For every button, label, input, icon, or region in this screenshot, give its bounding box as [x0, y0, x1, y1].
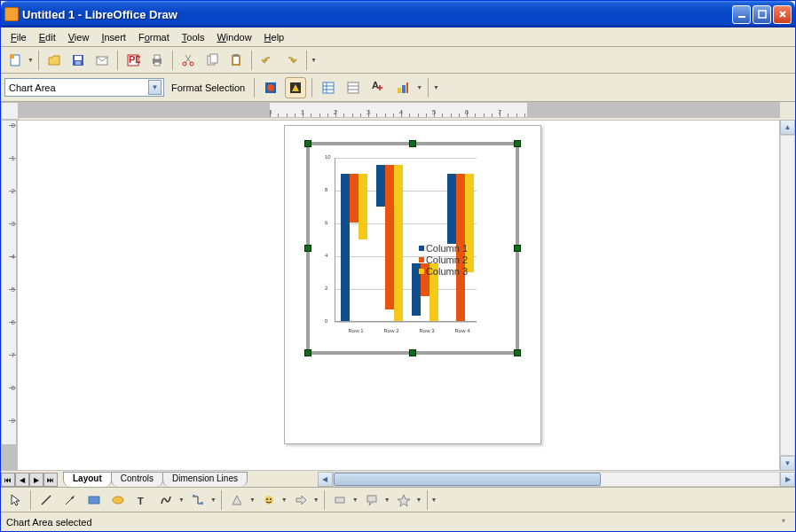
resize-handle[interactable]: [304, 349, 311, 356]
new-button[interactable]: [4, 50, 26, 71]
scroll-down-button[interactable]: ▼: [780, 456, 795, 471]
close-button[interactable]: [773, 5, 792, 24]
scroll-right-button[interactable]: ▶: [780, 472, 795, 487]
maximize-button[interactable]: [753, 5, 771, 24]
horizgrid-button[interactable]: [343, 77, 364, 98]
plot-area[interactable]: 0246810Row 1Row 2Row 3Row 4: [335, 158, 477, 322]
email-button[interactable]: [91, 50, 113, 71]
bar[interactable]: [376, 165, 385, 206]
resize-handle[interactable]: [409, 349, 416, 356]
menu-insert[interactable]: Insert: [95, 30, 132, 44]
dropdown-icon[interactable]: ▼: [416, 497, 422, 503]
tab-next-button[interactable]: ▶: [29, 473, 43, 487]
menu-tools[interactable]: Tools: [176, 30, 211, 44]
scale-text-button[interactable]: [392, 77, 414, 98]
copy-button[interactable]: [201, 50, 223, 71]
scroll-track[interactable]: [333, 472, 780, 487]
toolbar-overflow-icon[interactable]: ▼: [433, 84, 439, 90]
block-arrows-tool[interactable]: [290, 489, 311, 511]
legend-button[interactable]: A: [367, 77, 389, 98]
line-tool[interactable]: [35, 489, 57, 511]
bar[interactable]: [385, 165, 394, 309]
canvas[interactable]: 0246810Row 1Row 2Row 3Row 4 Column 1Colu…: [17, 120, 780, 471]
bar[interactable]: [341, 174, 350, 322]
resize-handle[interactable]: [514, 245, 521, 252]
dropdown-icon[interactable]: ▼: [249, 497, 256, 503]
resize-handle[interactable]: [409, 140, 416, 147]
legend-item[interactable]: Column 1: [419, 243, 468, 254]
horizontal-ruler[interactable]: 76543210123456789101112131415: [19, 102, 780, 118]
stars-tool[interactable]: [393, 489, 414, 511]
dropdown-icon[interactable]: ▼: [313, 497, 319, 503]
scroll-up-button[interactable]: ▲: [780, 120, 795, 135]
chart-area[interactable]: 0246810Row 1Row 2Row 3Row 4 Column 1Colu…: [322, 158, 471, 325]
legend-item[interactable]: Column 2: [419, 254, 468, 265]
dropdown-icon[interactable]: ▼: [384, 497, 390, 503]
bar[interactable]: [447, 174, 456, 245]
toolbar-overflow-icon[interactable]: ▼: [311, 57, 317, 63]
resize-handle[interactable]: [514, 349, 521, 356]
save-button[interactable]: [67, 50, 89, 71]
vertical-scrollbar[interactable]: ▲ ▼: [780, 120, 795, 471]
bar[interactable]: [394, 165, 403, 321]
bar[interactable]: [350, 174, 359, 223]
scroll-left-button[interactable]: ◀: [318, 472, 333, 487]
dropdown-icon[interactable]: ▼: [28, 57, 34, 63]
menu-edit[interactable]: Edit: [33, 30, 62, 44]
export-pdf-button[interactable]: PDF: [122, 50, 144, 71]
callout-tool[interactable]: [361, 489, 382, 511]
menu-window[interactable]: Window: [210, 30, 257, 44]
tab-layout[interactable]: Layout: [63, 472, 112, 487]
arrow-tool[interactable]: [59, 489, 81, 511]
horizontal-scrollbar[interactable]: ◀ ▶: [318, 472, 795, 487]
menu-view[interactable]: View: [62, 30, 96, 44]
chart-object[interactable]: 0246810Row 1Row 2Row 3Row 4 Column 1Colu…: [306, 142, 519, 355]
dropdown-icon[interactable]: ▼: [416, 84, 422, 90]
curve-tool[interactable]: [155, 489, 177, 511]
menu-format[interactable]: Format: [132, 30, 176, 44]
paste-button[interactable]: [225, 50, 247, 71]
chart-3d-button[interactable]: [285, 77, 306, 98]
menu-help[interactable]: Help: [258, 30, 291, 44]
resize-handle[interactable]: [514, 140, 521, 147]
titlebar[interactable]: Untitled 1 - LibreOffice Draw: [1, 1, 795, 27]
tab-prev-button[interactable]: ◀: [15, 473, 29, 487]
dropdown-icon[interactable]: ▼: [210, 497, 217, 503]
redo-button[interactable]: [280, 50, 302, 71]
undo-button[interactable]: [256, 50, 278, 71]
chart-legend[interactable]: Column 1Column 2Column 3: [419, 242, 468, 278]
basic-shapes-tool[interactable]: [226, 489, 248, 511]
scroll-track[interactable]: [780, 135, 795, 456]
chart-type-button[interactable]: [260, 77, 281, 98]
tab-controls[interactable]: Controls: [111, 472, 163, 487]
chevron-down-icon[interactable]: ▼: [148, 80, 162, 95]
flowchart-tool[interactable]: [329, 489, 351, 511]
toolbar-overflow-icon[interactable]: ▼: [431, 497, 437, 503]
tab-dimension-lines[interactable]: Dimension Lines: [162, 472, 248, 487]
data-table-button[interactable]: [318, 77, 339, 98]
resize-handle[interactable]: [304, 245, 311, 252]
ellipse-tool[interactable]: [107, 489, 129, 511]
dropdown-icon[interactable]: ▼: [281, 497, 288, 503]
scroll-thumb[interactable]: [334, 473, 601, 486]
menu-file[interactable]: File: [4, 30, 33, 44]
vertical-ruler[interactable]: 01234567891011: [1, 120, 17, 471]
minimize-button[interactable]: [732, 5, 751, 24]
cut-button[interactable]: [177, 50, 199, 71]
connector-tool[interactable]: [187, 489, 209, 511]
symbol-shapes-tool[interactable]: [258, 489, 280, 511]
print-button[interactable]: [146, 50, 168, 71]
resize-handle[interactable]: [304, 140, 311, 147]
format-selection-button[interactable]: Format Selection: [168, 82, 248, 93]
tab-last-button[interactable]: ⏭: [43, 473, 58, 487]
legend-item[interactable]: Column 3: [419, 266, 468, 277]
rectangle-tool[interactable]: [83, 489, 105, 511]
dropdown-icon[interactable]: ▼: [178, 497, 185, 503]
open-button[interactable]: [43, 50, 65, 71]
text-tool[interactable]: T: [131, 489, 153, 511]
dropdown-icon[interactable]: ▼: [352, 497, 359, 503]
select-tool[interactable]: [4, 489, 26, 511]
tab-first-button[interactable]: ⏮: [1, 473, 15, 487]
element-selector-combo[interactable]: Chart Area ▼: [4, 78, 164, 97]
bar[interactable]: [359, 174, 367, 239]
